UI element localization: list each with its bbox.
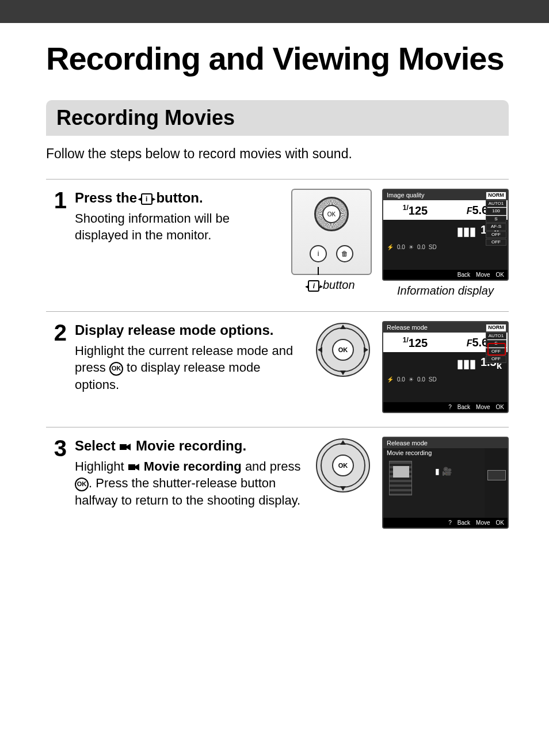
info-button-icon: i [308,280,319,292]
step-body: Highlight Movie recording and press OK. … [75,459,301,507]
section-header: Recording Movies [46,100,509,136]
step-number: 2 [46,321,67,413]
step-2: 2 Display release mode options. Highligh… [46,312,509,427]
step-heading: Select Movie recording. [75,437,306,455]
figure-caption: Information display [397,284,494,297]
callout-line [318,267,319,275]
battery-icon: ▮▮▮ [457,357,476,371]
camera-back-diagram: i 🗑 [291,189,372,275]
camera-lcd-info-display: Image quality 1/125 F5.6 ▮▮▮1.5k ⚡0.0☀0.… [382,189,509,281]
step-number: 1 [46,189,67,297]
selection-highlight [487,470,506,480]
svg-text:OK: OK [338,462,348,469]
step-heading: Display release mode options. [75,321,306,339]
camera-lcd-release-mode: Release mode 1/125 F5.6 ▮▮▮1.5k ⚡0.0☀0.0… [382,321,509,413]
info-button-icon: i [141,193,152,205]
lcd-title: Release mode [383,438,508,448]
step-1: 1 Press the i button. Shooting informati… [46,180,509,311]
step-heading: Press the i button. [75,189,283,207]
movie-camera-icon [128,459,140,474]
intro-text: Follow the steps below to record movies … [46,146,509,162]
step-body: Highlight the current release mode and p… [75,343,293,392]
movie-camera-icon: ▮ 🎥 [435,467,452,476]
lcd-mode-label: Movie recording [387,449,432,456]
step-3: 3 Select Movie recording. Highlight Movi… [46,427,509,543]
camera-lcd-movie-mode: Release mode Movie recording ▮ 🎥 ?BackMo… [382,437,509,529]
ok-button-icon: OK [109,362,123,376]
figure-caption: i button [308,278,354,292]
filmstrip-icon [389,461,412,495]
step-text: Press the i button. Shooting information… [75,189,283,297]
svg-text:OK: OK [338,346,348,353]
ok-button-icon: OK [75,478,89,491]
trash-button-icon: 🗑 [336,245,353,262]
ok-dial-icon [314,197,349,231]
top-header-bar [0,0,549,23]
battery-icon: ▮▮▮ [457,224,476,238]
lcd-right-settings: NORM AUTO1 100 S AF-S OFF OFF [486,191,506,246]
step-body: Shooting information will be displayed i… [75,211,230,243]
chapter-title: Recording and Viewing Movies [46,40,509,77]
step-text: Select Movie recording. Highlight Movie … [75,437,306,529]
step-number: 3 [46,437,67,529]
movie-camera-icon [119,438,132,453]
step-text: Display release mode options. Highlight … [75,321,306,413]
multi-selector-icon: OK [314,437,372,494]
multi-selector-icon: OK [314,321,372,379]
selection-highlight [487,343,506,356]
info-button-icon: i [310,245,327,262]
